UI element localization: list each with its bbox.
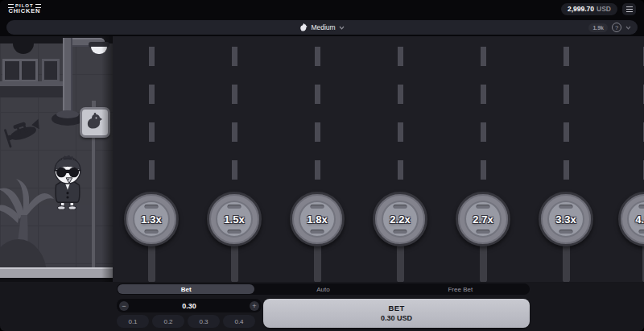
game-area: 1.3x1.5x1.8x2.2x2.7x3.3x4.1x bbox=[0, 36, 644, 282]
manhole-step-6: 3.3x bbox=[539, 192, 593, 246]
pilot-chicken-logo: PILOT CHICKEN bbox=[8, 3, 41, 14]
multiplier-label: 1.8x bbox=[307, 213, 327, 225]
tab-free-bet[interactable]: Free Bet bbox=[392, 284, 529, 294]
difficulty-selector[interactable]: Medium bbox=[299, 23, 344, 32]
sidewalk-curb bbox=[0, 267, 113, 278]
bet-button-title: BET bbox=[388, 304, 404, 313]
road: 1.3x1.5x1.8x2.2x2.7x3.3x4.1x bbox=[113, 36, 644, 282]
quick-bet-0.3[interactable]: 0.3 bbox=[188, 315, 220, 328]
quick-bet-0.1[interactable]: 0.1 bbox=[117, 315, 149, 328]
quick-bet-0.2[interactable]: 0.2 bbox=[152, 315, 184, 328]
window bbox=[42, 59, 60, 82]
chevron-down-icon bbox=[339, 26, 345, 30]
hamburger-icon bbox=[626, 6, 633, 7]
sidewalk-scene bbox=[0, 36, 113, 282]
logo-line-bottom: CHICKEN bbox=[8, 8, 40, 14]
window bbox=[2, 59, 38, 82]
balance-currency: USD bbox=[597, 5, 611, 13]
multiplier-label: 1.5x bbox=[224, 213, 244, 225]
sign-pole-top bbox=[92, 101, 96, 107]
help-button[interactable]: ? bbox=[612, 23, 621, 32]
manhole-step-4: 2.2x bbox=[373, 192, 427, 246]
manhole-step-1: 1.3x bbox=[124, 192, 179, 246]
increase-bet-button[interactable]: + bbox=[250, 301, 259, 311]
balance-amount: 2,999.70 bbox=[568, 5, 594, 13]
bet-button-amount: 0.30 USD bbox=[381, 314, 412, 323]
sign-pole bbox=[92, 136, 96, 271]
bet-amount-input[interactable]: 0.30 bbox=[182, 302, 196, 310]
decrease-bet-button[interactable]: − bbox=[119, 301, 129, 311]
manhole-step-2: 1.5x bbox=[207, 192, 262, 246]
hamburger-icon bbox=[626, 9, 633, 10]
tab-bet[interactable]: Bet bbox=[118, 284, 254, 294]
multiplier-label: 3.3x bbox=[555, 213, 576, 225]
multiplier-label: 1.3x bbox=[141, 213, 161, 225]
hamburger-icon bbox=[626, 11, 633, 12]
multiplier-label: 2.2x bbox=[390, 213, 410, 225]
manhole-step-3: 1.8x bbox=[290, 192, 345, 246]
scene-edge-shadow bbox=[101, 36, 113, 282]
quick-bet-chips: 0.10.20.30.4 bbox=[117, 315, 255, 328]
tab-auto[interactable]: Auto bbox=[254, 284, 391, 294]
bet-amount-stepper: − 0.30 + bbox=[117, 299, 262, 312]
balance-display: 2,999.70 USD bbox=[561, 3, 617, 15]
lamp-base-top bbox=[56, 110, 79, 118]
bet-mode-tabs: BetAutoFree Bet bbox=[117, 283, 530, 295]
stats-pill: 1.9k bbox=[588, 23, 608, 32]
manhole-step-7: 4.1x bbox=[618, 192, 644, 246]
street-lamp-pole bbox=[63, 38, 72, 120]
difficulty-label: Medium bbox=[311, 23, 335, 31]
manhole-step-5: 2.7x bbox=[456, 192, 510, 246]
collapse-chevron-icon[interactable] bbox=[625, 26, 631, 30]
bet-button[interactable]: BET 0.30 USD bbox=[263, 299, 530, 328]
bet-panel: BetAutoFree Bet − 0.30 + 0.10.20.30.4 BE… bbox=[0, 282, 644, 331]
quick-bet-0.4[interactable]: 0.4 bbox=[223, 315, 255, 328]
multiplier-label: 4.1x bbox=[635, 213, 644, 225]
menu-button[interactable] bbox=[622, 3, 636, 15]
pilot-chicken-app: PILOT CHICKEN 2,999.70 USD Medium bbox=[0, 0, 644, 331]
game-toolbar: Medium 1.9k ? bbox=[6, 20, 638, 35]
help-icon: ? bbox=[615, 24, 618, 31]
wall-shadow bbox=[0, 86, 63, 97]
top-bar: PILOT CHICKEN 2,999.70 USD bbox=[0, 0, 644, 18]
multiplier-label: 2.7x bbox=[473, 213, 493, 225]
chicken-badge-icon bbox=[299, 23, 308, 32]
